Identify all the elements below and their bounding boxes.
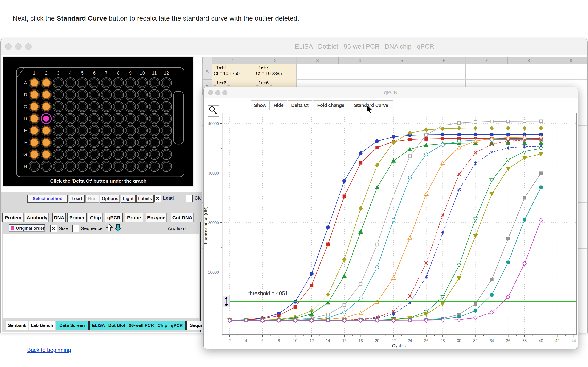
well-g5[interactable] [77, 149, 87, 160]
well-c12[interactable] [161, 101, 172, 112]
well-d2[interactable] [41, 114, 51, 124]
well-h10[interactable] [137, 161, 148, 172]
well-h8[interactable] [113, 161, 124, 172]
bottom-tab-data-2[interactable]: Data Screen [56, 321, 89, 330]
well-g12[interactable] [161, 149, 172, 160]
well-e5[interactable] [77, 125, 87, 136]
well-a10[interactable] [137, 77, 148, 88]
well-f7[interactable] [101, 137, 112, 148]
well-c11[interactable] [149, 101, 160, 112]
original-order-button[interactable]: Original order [9, 224, 45, 232]
well-e2[interactable] [41, 125, 52, 136]
well-g4[interactable] [65, 149, 76, 160]
sheet-col-header-5[interactable]: 5 [381, 57, 423, 64]
well-g6[interactable] [89, 149, 100, 160]
well-d1[interactable] [29, 113, 40, 124]
well-c5[interactable] [77, 101, 87, 112]
labels-button[interactable]: Labels [136, 194, 154, 203]
bottom-tab-genbank-0[interactable]: Genbank [6, 321, 28, 330]
well-g8[interactable] [113, 149, 124, 160]
tab-dna[interactable]: DNA [52, 213, 66, 223]
well-h11[interactable] [149, 161, 160, 172]
well-d8[interactable] [113, 113, 124, 124]
back-to-beginning-link[interactable]: Back to beginning [27, 347, 71, 353]
well-a11[interactable] [149, 77, 160, 88]
well-a5[interactable] [77, 77, 87, 88]
light-button[interactable]: Light [121, 194, 136, 203]
sheet-col-header-7[interactable]: 7 [465, 57, 508, 64]
well-e3[interactable] [53, 125, 64, 136]
well-b6[interactable] [89, 90, 100, 100]
tab-cut-dna[interactable]: Cut DNA [171, 213, 194, 223]
well-g11[interactable] [149, 149, 160, 160]
well-d7[interactable] [101, 113, 112, 124]
well-f4[interactable] [65, 137, 76, 148]
well-c3[interactable] [53, 101, 64, 112]
well-g7[interactable] [101, 149, 112, 160]
window-zoom-icon[interactable] [25, 43, 32, 50]
well-b5[interactable] [77, 90, 87, 100]
well-e4[interactable] [65, 125, 76, 136]
well-b2[interactable] [41, 90, 52, 100]
well-e12[interactable] [161, 125, 172, 136]
well-h9[interactable] [125, 161, 136, 172]
well-h5[interactable] [77, 161, 87, 172]
well-b8[interactable] [113, 90, 124, 100]
well-b4[interactable] [65, 90, 76, 100]
well-a7[interactable] [101, 77, 112, 88]
sheet-col-header-3[interactable]: 3 [296, 57, 338, 64]
tab-qpcr[interactable]: qPCR [105, 213, 123, 223]
tab-probe[interactable]: Probe [125, 213, 143, 223]
well-c9[interactable] [125, 101, 136, 112]
sheet-col-header-4[interactable]: 4 [338, 57, 381, 64]
well-c2[interactable] [41, 101, 52, 112]
well-h6[interactable] [89, 161, 100, 172]
well-g10[interactable] [137, 149, 148, 160]
well-e1[interactable] [29, 125, 40, 136]
well-e7[interactable] [101, 125, 112, 136]
well-a8[interactable] [113, 77, 124, 88]
well-a3[interactable] [53, 77, 64, 88]
well-b1[interactable] [29, 90, 40, 100]
sequence-list-area[interactable] [3, 234, 199, 318]
well-d6[interactable] [89, 113, 100, 124]
well-c8[interactable] [113, 101, 124, 112]
tab-enzyme[interactable]: Enzyme [146, 213, 167, 223]
well-c1[interactable] [29, 101, 40, 112]
well-a9[interactable] [125, 77, 136, 88]
well-b10[interactable] [137, 90, 148, 100]
window-minimize-icon[interactable] [15, 43, 22, 50]
well-f3[interactable] [53, 137, 64, 148]
well-g2[interactable] [41, 149, 52, 160]
cell-A2[interactable]: _1e+7 _Ct = 10.2385 [254, 64, 296, 79]
analyze-label[interactable]: Analyze [168, 226, 186, 232]
well-d5[interactable] [77, 113, 87, 124]
well-e8[interactable] [113, 125, 124, 136]
well-b9[interactable] [125, 90, 136, 100]
threshold-drag-handle[interactable] [223, 296, 230, 307]
options-button[interactable]: Options [100, 194, 120, 203]
tab-primer[interactable]: Primer [67, 213, 86, 223]
lab-window-titlebar[interactable]: ELISA Dotblot 96-well PCR DNA chip qPCR [1, 39, 587, 55]
well-c10[interactable] [137, 101, 148, 112]
well-b7[interactable] [101, 90, 112, 100]
well-d12[interactable] [161, 113, 172, 124]
window-close-icon[interactable] [5, 43, 12, 50]
well-f1[interactable] [29, 137, 40, 148]
well-d10[interactable] [137, 113, 148, 124]
sheet-col-header-8[interactable]: 8 [508, 57, 550, 64]
tab-antibody[interactable]: Antibody [25, 213, 49, 223]
well-h7[interactable] [101, 161, 112, 172]
select-method-button[interactable]: Select method [27, 194, 68, 203]
well-b3[interactable] [53, 90, 64, 100]
sheet-col-header-2[interactable]: 2 [254, 57, 296, 64]
well-g1[interactable] [29, 149, 40, 160]
well-f2[interactable] [41, 137, 52, 148]
well-g9[interactable] [125, 149, 136, 160]
well-c6[interactable] [89, 101, 100, 112]
well-d9[interactable] [125, 113, 136, 124]
cell-A1[interactable]: _1e+7 _Ct = 10.1760 [212, 64, 254, 79]
well-h4[interactable] [65, 161, 76, 172]
well-h12[interactable] [161, 161, 172, 172]
tab-protein[interactable]: Protein [2, 213, 24, 223]
